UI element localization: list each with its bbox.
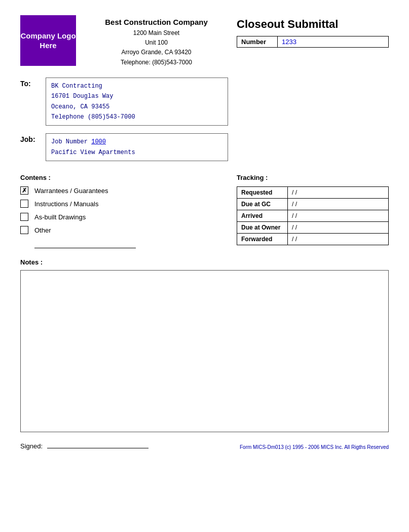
company-logo: Company Logo Here bbox=[20, 15, 76, 66]
job-label: Job: bbox=[20, 133, 46, 143]
company-address: 1200 Main Street Unit 100 Arroyo Grande,… bbox=[76, 28, 237, 67]
signed-underline bbox=[47, 448, 148, 448]
tracking-field-3: Due at Owner bbox=[237, 222, 288, 234]
checkbox-item-0: ✗ Warrantees / Guarantees bbox=[20, 186, 227, 195]
checkbox-item-2: As-built Drawings bbox=[20, 213, 227, 221]
tracking-table: Requested / / Due at GC / / Arrived / / … bbox=[237, 186, 389, 245]
company-info: Best Construction Company 1200 Main Stre… bbox=[76, 15, 237, 67]
signed-label: Signed: bbox=[20, 442, 43, 450]
table-row: Arrived / / bbox=[237, 210, 389, 222]
tracking-value-1: / / bbox=[288, 199, 389, 210]
tracking-value-4: / / bbox=[288, 234, 389, 245]
table-row: Requested / / bbox=[237, 187, 389, 199]
table-row: Due at GC / / bbox=[237, 199, 389, 210]
tracking-value-0: / / bbox=[288, 187, 389, 199]
to-section: To: BK Contracting 16701 Douglas Way Oce… bbox=[20, 78, 389, 126]
tracking-field-1: Due at GC bbox=[237, 199, 288, 210]
tracking-col: Tracking : Requested / / Due at GC / / A… bbox=[237, 174, 389, 248]
tracking-heading: Tracking : bbox=[237, 174, 389, 181]
tracking-field-2: Arrived bbox=[237, 210, 288, 222]
tracking-field-4: Forwarded bbox=[237, 234, 288, 245]
footer-copyright: Form MICS-Dm013 (c) 1995 - 2006 MICS Inc… bbox=[240, 444, 389, 450]
contents-heading: Contens : bbox=[20, 174, 227, 181]
contents-col: Contens : ✗ Warrantees / Guarantees Inst… bbox=[20, 174, 227, 248]
footer: Signed: Form MICS-Dm013 (c) 1995 - 2006 … bbox=[20, 442, 389, 450]
company-name: Best Construction Company bbox=[76, 18, 237, 26]
checkbox-0[interactable]: ✗ bbox=[20, 186, 28, 195]
checkbox-1[interactable] bbox=[20, 200, 28, 208]
table-row: Forwarded / / bbox=[237, 234, 389, 245]
table-row: Due at Owner / / bbox=[237, 222, 389, 234]
notes-box[interactable] bbox=[20, 270, 389, 432]
tracking-field-0: Requested bbox=[237, 187, 288, 199]
checkbox-label-0: Warrantees / Guarantees bbox=[34, 187, 108, 195]
job-box: Job Number 1000 Pacific View Apartments bbox=[46, 133, 228, 161]
job-section: Job: Job Number 1000 Pacific View Apartm… bbox=[20, 133, 389, 161]
checkbox-2[interactable] bbox=[20, 213, 28, 221]
number-row: Number 1233 bbox=[237, 36, 389, 48]
tracking-value-2: / / bbox=[288, 210, 389, 222]
other-underline-field bbox=[34, 239, 136, 248]
to-label: To: bbox=[20, 78, 46, 88]
submittal-section: Closeout Submittal Number 1233 bbox=[237, 15, 389, 48]
checkbox-3[interactable] bbox=[20, 226, 28, 234]
notes-section: Notes : bbox=[20, 258, 389, 432]
number-value: 1233 bbox=[278, 36, 388, 47]
checkbox-item-3: Other bbox=[20, 226, 227, 234]
header: Company Logo Here Best Construction Comp… bbox=[20, 15, 389, 67]
notes-label: Notes : bbox=[20, 258, 389, 266]
tracking-value-3: / / bbox=[288, 222, 389, 234]
signed-line: Signed: bbox=[20, 442, 148, 450]
job-number-line: Job Number 1000 bbox=[51, 137, 222, 147]
checkbox-item-1: Instructions / Manuals bbox=[20, 200, 227, 208]
logo-text: Company Logo Here bbox=[20, 31, 76, 51]
to-address-box: BK Contracting 16701 Douglas Way Oceano,… bbox=[46, 78, 228, 126]
checkbox-label-2: As-built Drawings bbox=[34, 213, 86, 221]
checkbox-label-3: Other bbox=[34, 226, 51, 234]
number-label: Number bbox=[237, 36, 278, 47]
submittal-title: Closeout Submittal bbox=[237, 18, 389, 31]
checkbox-label-1: Instructions / Manuals bbox=[34, 200, 98, 208]
middle-section: Contens : ✗ Warrantees / Guarantees Inst… bbox=[20, 174, 389, 248]
